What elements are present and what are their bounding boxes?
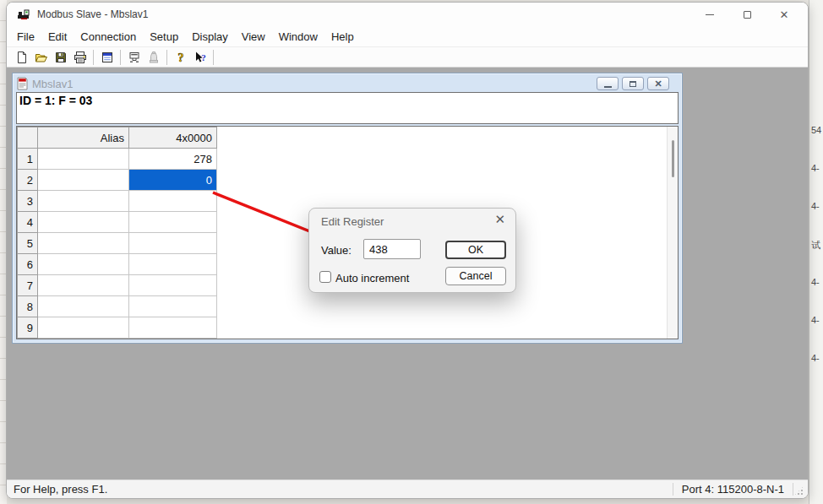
close-button[interactable]: ✕ [766, 3, 803, 26]
context-help-button[interactable]: ? [190, 48, 210, 66]
auto-increment-checkbox[interactable] [319, 271, 331, 283]
value-cell[interactable] [129, 233, 217, 254]
alias-cell[interactable] [38, 296, 129, 317]
new-file-button[interactable] [12, 48, 31, 66]
slave-id-status-line: ID = 1: F = 03 [16, 92, 679, 124]
alias-cell[interactable] [38, 149, 129, 170]
value-cell[interactable]: 0 [129, 170, 217, 191]
value-label: Value: [321, 244, 352, 257]
menu-connection[interactable]: Connection [74, 26, 143, 46]
dialog-close-icon[interactable]: ✕ [494, 213, 505, 225]
alias-cell[interactable] [38, 233, 129, 254]
svg-text:?: ? [177, 51, 183, 64]
help-icon: ? [174, 51, 188, 64]
background-text-fragment: 4- [811, 353, 820, 363]
menu-edit[interactable]: Edit [41, 26, 74, 46]
toolbar-separator [120, 50, 121, 65]
row-number-cell[interactable]: 4 [18, 212, 38, 233]
toolbar-separator [213, 50, 214, 65]
row-number-cell[interactable]: 2 [18, 170, 38, 191]
value-cell[interactable] [129, 212, 217, 233]
new-file-icon [15, 51, 29, 64]
row-number-cell[interactable]: 7 [18, 275, 38, 296]
alias-column-header[interactable]: Alias [38, 127, 129, 149]
value-cell[interactable] [129, 191, 217, 212]
value-input[interactable] [363, 239, 421, 259]
titlebar: Modbus Slave - Mbslav1 ✕ [7, 3, 808, 26]
row-number-cell[interactable]: 1 [18, 149, 38, 170]
row-number-cell[interactable]: 8 [18, 296, 38, 317]
help-button[interactable]: ? [171, 48, 190, 66]
row-number-cell[interactable]: 9 [18, 317, 38, 339]
value-cell[interactable] [129, 317, 217, 339]
status-help-text: For Help, press F1. [7, 483, 673, 496]
vertical-scrollbar[interactable] [667, 127, 678, 339]
table-header-row: Alias 4x0000 [18, 127, 217, 149]
menu-window[interactable]: Window [272, 26, 324, 46]
table-row: 9 [18, 317, 217, 339]
print-button[interactable] [70, 48, 90, 66]
child-close-button[interactable]: ✕ [647, 77, 669, 90]
background-text-fragment: 54 [811, 125, 821, 135]
open-file-icon [35, 51, 48, 64]
scrollbar-thumb[interactable] [672, 140, 674, 177]
menu-help[interactable]: Help [324, 26, 361, 46]
close-icon: ✕ [780, 9, 789, 20]
row-number-cell[interactable]: 5 [18, 233, 38, 254]
toolbar-separator [166, 50, 167, 65]
row-number-cell[interactable]: 6 [18, 254, 38, 275]
value-cell[interactable] [129, 275, 217, 296]
value-cell[interactable] [129, 254, 217, 275]
minimize-button[interactable] [691, 3, 728, 26]
register-column-header[interactable]: 4x0000 [129, 127, 217, 149]
background-text-fragment: 4- [811, 163, 820, 173]
menu-file[interactable]: File [10, 26, 41, 46]
child-minimize-icon [604, 86, 612, 88]
child-close-icon: ✕ [654, 79, 662, 89]
toolbar-separator [93, 50, 94, 65]
communication-disabled-button [144, 48, 163, 66]
resize-grip-icon[interactable] [793, 485, 804, 496]
mdi-client-area: Mbslav1 ✕ ID = 1: F = 03 Alias 4x0000 [7, 68, 808, 480]
alias-cell[interactable] [38, 212, 129, 233]
child-minimize-button[interactable] [597, 77, 619, 90]
alias-cell[interactable] [38, 254, 129, 275]
cancel-button[interactable]: Cancel [445, 267, 506, 285]
value-cell[interactable]: 278 [129, 149, 217, 170]
alias-cell[interactable] [38, 191, 129, 212]
register-table-rows: Alias 4x0000 1278203456789 [18, 127, 217, 339]
alias-cell[interactable] [38, 170, 129, 191]
table-row: 20 [18, 170, 217, 191]
ok-button[interactable]: OK [445, 241, 506, 259]
background-text-fragment: 4- [811, 315, 820, 325]
table-row: 7 [18, 275, 217, 296]
alias-cell[interactable] [38, 317, 129, 339]
child-window-title: Mbslav1 [32, 78, 593, 90]
maximize-button[interactable] [728, 3, 766, 26]
menu-view[interactable]: View [235, 26, 272, 46]
menu-bar: File Edit Connection Setup Display View … [7, 26, 808, 46]
open-file-button[interactable] [31, 48, 51, 66]
status-port-text: Port 4: 115200-8-N-1 [673, 483, 793, 496]
svg-text:?: ? [201, 51, 206, 62]
child-restore-button[interactable] [622, 77, 644, 90]
app-icon [17, 8, 30, 20]
child-titlebar: Mbslav1 ✕ [16, 75, 679, 92]
minimize-icon [706, 14, 714, 15]
right-edge-window-sliver: 544-4-试4-4-4- [809, 0, 823, 504]
table-row: 4 [18, 212, 217, 233]
window-title: Modbus Slave - Mbslav1 [37, 8, 691, 20]
status-bar: For Help, press F1. Port 4: 115200-8-N-1 [7, 480, 808, 498]
save-file-button[interactable] [51, 48, 70, 66]
slave-definition-button[interactable] [97, 48, 117, 66]
communication-button[interactable] [124, 48, 144, 66]
row-number-cell[interactable]: 3 [18, 191, 38, 212]
register-table: Alias 4x0000 1278203456789 [17, 127, 217, 339]
alias-cell[interactable] [38, 275, 129, 296]
dialog-title: Edit Register [321, 215, 384, 228]
value-cell[interactable] [129, 296, 217, 317]
maximize-icon [744, 11, 751, 19]
menu-display[interactable]: Display [185, 26, 235, 46]
menu-setup[interactable]: Setup [143, 26, 185, 46]
save-file-icon [54, 51, 68, 64]
